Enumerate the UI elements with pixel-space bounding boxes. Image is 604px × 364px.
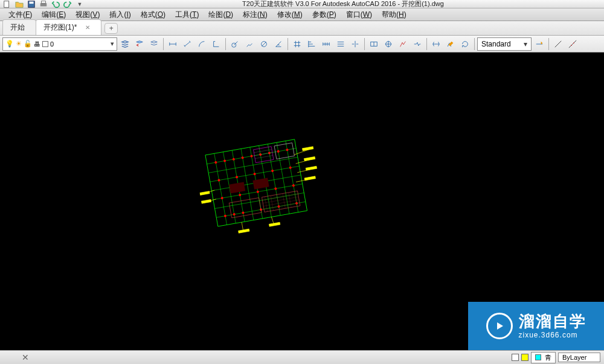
properties-toolbar: 💡 ☀ 🔓 🖶 0 ▾ A Standard ▾ xyxy=(0,36,604,53)
separator xyxy=(163,38,164,50)
dimstyle-manager-icon[interactable] xyxy=(533,37,546,51)
menu-tools[interactable]: 工具(T) xyxy=(170,8,204,21)
tab-drawing[interactable]: 开挖图(1)* ✕ xyxy=(36,19,101,35)
dimstyle-dropdown[interactable]: Standard ▾ xyxy=(477,37,532,51)
dim-radius-icon[interactable] xyxy=(228,37,242,51)
svg-rect-80 xyxy=(304,176,315,180)
chevron-down-icon: ▾ xyxy=(524,40,527,48)
menu-help[interactable]: 帮助(H) xyxy=(377,8,411,21)
menu-insert[interactable]: 插入(I) xyxy=(104,8,135,21)
svg-point-41 xyxy=(271,170,274,173)
dim-arc-icon[interactable] xyxy=(195,37,208,51)
color-dropdown[interactable]: 青 xyxy=(531,352,556,363)
dim-space-icon[interactable] xyxy=(334,37,347,51)
close-crosshair-icon[interactable]: ✕ xyxy=(22,353,29,362)
dim-linear-icon[interactable] xyxy=(166,37,179,51)
quickdim-icon[interactable] xyxy=(291,37,304,51)
dimstyle-name: Standard xyxy=(481,40,511,48)
linetype-dropdown[interactable]: ByLayer xyxy=(558,353,600,362)
separator xyxy=(426,38,427,50)
undo-icon[interactable] xyxy=(51,1,60,8)
dim-edit-icon[interactable] xyxy=(429,37,443,51)
color-swatch-white[interactable] xyxy=(512,354,519,361)
xline-icon[interactable] xyxy=(566,37,579,51)
dim-update-icon[interactable] xyxy=(458,37,472,51)
dim-baseline-icon[interactable] xyxy=(305,37,318,51)
sun-icon: ☀ xyxy=(16,40,22,48)
dim-aligned-icon[interactable] xyxy=(181,37,194,51)
svg-line-67 xyxy=(265,197,267,212)
new-icon[interactable] xyxy=(2,1,12,8)
menu-format[interactable]: 格式(O) xyxy=(136,8,170,21)
play-icon xyxy=(486,313,513,339)
dim-tedit-icon[interactable]: A xyxy=(444,37,457,51)
new-tab-button[interactable]: + xyxy=(104,23,118,34)
menu-param[interactable]: 参数(P) xyxy=(307,8,341,21)
svg-rect-74 xyxy=(302,147,313,151)
print-icon[interactable] xyxy=(39,1,48,8)
open-icon[interactable] xyxy=(14,1,24,8)
bulb-icon: 💡 xyxy=(5,40,14,48)
dim-break-icon[interactable] xyxy=(349,37,362,51)
svg-point-49 xyxy=(233,213,236,216)
layer-previous-icon[interactable] xyxy=(133,37,146,51)
svg-line-66 xyxy=(264,203,300,209)
plot-icon: 🖶 xyxy=(34,40,40,48)
separator xyxy=(548,38,549,50)
svg-point-47 xyxy=(292,184,295,187)
svg-rect-60 xyxy=(252,178,269,190)
svg-rect-3 xyxy=(40,3,47,6)
svg-point-10 xyxy=(571,44,572,45)
separator xyxy=(474,38,475,50)
menu-dim[interactable]: 标注(N) xyxy=(238,8,272,21)
svg-line-64 xyxy=(263,197,298,203)
svg-rect-86 xyxy=(239,229,249,233)
jog-line-icon[interactable] xyxy=(411,37,424,51)
menu-modify[interactable]: 修改(M) xyxy=(272,8,307,21)
dim-jogged-icon[interactable] xyxy=(243,37,256,51)
svg-point-37 xyxy=(286,148,289,152)
svg-rect-4 xyxy=(42,1,46,3)
svg-point-33 xyxy=(250,155,253,158)
tab-start[interactable]: 开始 xyxy=(2,19,36,35)
dim-ordinate-icon[interactable] xyxy=(210,37,223,51)
menu-draw[interactable]: 绘图(D) xyxy=(204,8,238,21)
status-props: 青 ByLayer xyxy=(512,352,600,363)
svg-point-43 xyxy=(220,197,223,200)
svg-line-27 xyxy=(277,142,289,214)
dim-diameter-icon[interactable] xyxy=(257,37,271,51)
svg-line-68 xyxy=(271,196,273,211)
color-swatch-yellow[interactable] xyxy=(521,354,528,361)
dim-angular-icon[interactable] xyxy=(272,37,285,51)
watermark-url: zixue.3d66.com xyxy=(519,331,586,339)
redo-icon[interactable] xyxy=(63,1,72,8)
menu-window[interactable]: 窗口(W) xyxy=(341,8,377,21)
color-swatch-cyan xyxy=(535,354,541,360)
color-label: 青 xyxy=(545,353,551,362)
document-tabbar: 开始 开挖图(1)* ✕ + xyxy=(0,21,604,36)
svg-point-32 xyxy=(241,156,244,159)
qat-dropdown-icon[interactable]: ▼ xyxy=(75,1,85,8)
layer-manager-icon[interactable] xyxy=(118,37,132,51)
svg-rect-76 xyxy=(304,156,315,161)
svg-point-11 xyxy=(573,42,574,43)
svg-rect-82 xyxy=(200,191,210,196)
separator xyxy=(364,38,365,50)
line-icon[interactable] xyxy=(551,37,565,51)
separator xyxy=(288,38,288,50)
app-title: T20天正建筑软件 V3.0 For Autodesk AutoCAD 2016… xyxy=(85,0,602,8)
titlebar: ▼ T20天正建筑软件 V3.0 For Autodesk AutoCAD 20… xyxy=(0,0,604,8)
tab-label: 开挖图(1)* xyxy=(43,22,77,33)
inspection-icon[interactable] xyxy=(396,37,410,51)
center-mark-icon[interactable] xyxy=(382,37,395,51)
tolerance-icon[interactable] xyxy=(367,37,381,51)
layer-states-icon[interactable] xyxy=(147,37,161,51)
save-icon[interactable] xyxy=(27,1,36,8)
dim-continue-icon[interactable] xyxy=(320,37,333,51)
svg-point-40 xyxy=(253,173,256,176)
layer-color-swatch xyxy=(42,41,48,47)
layer-name: 0 xyxy=(50,40,54,48)
layer-dropdown[interactable]: 💡 ☀ 🔓 🖶 0 ▾ xyxy=(2,37,117,51)
svg-point-44 xyxy=(239,194,242,197)
close-icon[interactable]: ✕ xyxy=(85,24,90,31)
